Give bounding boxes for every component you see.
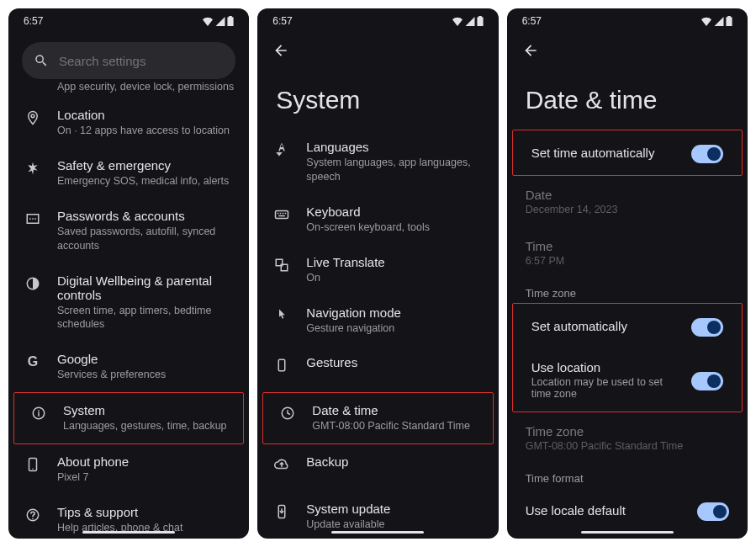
signal-icon bbox=[215, 17, 225, 26]
toggle-set-time-auto[interactable] bbox=[691, 145, 723, 163]
asterisk-icon bbox=[24, 158, 42, 176]
svg-rect-6 bbox=[276, 210, 288, 218]
highlight-set-time-auto: Set time automatically bbox=[512, 130, 743, 176]
highlight-date-time: Date & timeGMT-08:00 Pacific Standard Ti… bbox=[262, 392, 493, 444]
svg-point-4 bbox=[32, 469, 34, 470]
row-title: Safety & emergency bbox=[57, 158, 234, 173]
location-icon bbox=[24, 108, 42, 125]
info-icon bbox=[29, 403, 48, 421]
row-sub: 6:57 PM bbox=[526, 255, 729, 267]
wifi-icon bbox=[452, 17, 463, 26]
row-title: Navigation mode bbox=[306, 305, 483, 320]
status-bar: 6:57 bbox=[507, 8, 748, 30]
toggle-use-location[interactable] bbox=[691, 372, 723, 390]
row-set-time-auto[interactable]: Set time automatically bbox=[513, 130, 742, 175]
row-title: Passwords & accounts bbox=[57, 209, 234, 223]
row-sub: System languages, app languages, speech bbox=[306, 156, 483, 184]
row-title: Backup bbox=[306, 454, 483, 469]
row-title: Gestures bbox=[306, 355, 483, 369]
backup-icon bbox=[272, 454, 291, 472]
privacy-subtitle-partial: App security, device lock, permissions bbox=[8, 81, 249, 98]
key-icon bbox=[24, 209, 42, 226]
row-title: Time zone bbox=[526, 424, 729, 438]
row-date-time[interactable]: Date & timeGMT-08:00 Pacific Standard Ti… bbox=[263, 393, 492, 443]
status-time: 6:57 bbox=[272, 15, 292, 27]
back-row bbox=[257, 30, 498, 64]
phone-icon bbox=[24, 454, 42, 472]
signal-icon bbox=[714, 17, 724, 26]
update-icon bbox=[272, 502, 291, 519]
row-time-zone: Time zoneGMT-08:00 Pacific Standard Time bbox=[507, 412, 748, 464]
toggle-set-tz-auto[interactable] bbox=[691, 318, 723, 337]
row-title: Digital Wellbeing & parental controls bbox=[57, 274, 234, 302]
row-keyboard[interactable]: KeyboardOn-screen keyboard, tools bbox=[257, 194, 498, 245]
section-time-zone: Time zone bbox=[507, 279, 748, 303]
row-use-24h: Use 24-hour format1:00 PM bbox=[507, 533, 748, 539]
page-title: System bbox=[257, 64, 498, 130]
row-title: System update bbox=[306, 502, 483, 516]
row-title: Set automatically bbox=[531, 319, 679, 333]
row-use-locale[interactable]: Use locale default bbox=[507, 488, 748, 533]
search-settings[interactable] bbox=[22, 42, 235, 79]
row-google[interactable]: G GoogleServices & preferences bbox=[8, 342, 249, 392]
highlight-timezone-toggles: Set automatically Use locationLocation m… bbox=[512, 303, 743, 412]
row-sub: Services & preferences bbox=[57, 368, 234, 382]
translate-icon bbox=[272, 255, 291, 273]
row-set-tz-auto[interactable]: Set automatically bbox=[513, 304, 742, 348]
row-languages[interactable]: LanguagesSystem languages, app languages… bbox=[257, 130, 498, 194]
row-title: Keyboard bbox=[306, 204, 483, 219]
pointer-icon bbox=[272, 305, 291, 323]
row-title: Use location bbox=[531, 360, 679, 374]
battery-icon bbox=[477, 16, 484, 26]
row-system[interactable]: SystemLanguages, gestures, time, backup bbox=[14, 393, 243, 443]
row-sub: On bbox=[306, 271, 483, 285]
row-sub: GMT-08:00 Pacific Standard Time bbox=[526, 440, 729, 452]
toggle-use-locale[interactable] bbox=[697, 502, 729, 521]
row-navigation-mode[interactable]: Navigation modeGesture navigation bbox=[257, 295, 498, 346]
page-title: Date & time bbox=[507, 64, 748, 130]
row-title: Google bbox=[57, 352, 234, 366]
section-time-format: Time format bbox=[507, 464, 748, 488]
system-list: LanguagesSystem languages, app languages… bbox=[257, 130, 498, 539]
settings-main-screen: 6:57 App security, device lock, permissi… bbox=[8, 8, 249, 539]
row-location[interactable]: LocationOn · 12 apps have access to loca… bbox=[8, 98, 249, 148]
row-title: About phone bbox=[57, 454, 234, 469]
languages-icon bbox=[272, 140, 291, 157]
row-title: Date & time bbox=[312, 403, 477, 417]
row-backup[interactable]: Backup bbox=[257, 444, 498, 491]
row-sub: On · 12 apps have access to location bbox=[57, 124, 234, 138]
wifi-icon bbox=[202, 17, 214, 26]
signal-icon bbox=[465, 17, 475, 26]
row-sub: Emergency SOS, medical info, alerts bbox=[57, 174, 234, 189]
back-icon[interactable] bbox=[272, 42, 289, 59]
row-safety[interactable]: Safety & emergencyEmergency SOS, medical… bbox=[8, 148, 249, 199]
gestures-icon bbox=[272, 355, 291, 373]
row-use-location[interactable]: Use locationLocation may be used to set … bbox=[513, 348, 742, 412]
row-time: Time6:57 PM bbox=[507, 227, 748, 279]
nav-handle[interactable] bbox=[82, 531, 175, 534]
status-bar: 6:57 bbox=[8, 8, 249, 30]
row-passwords[interactable]: Passwords & accountsSaved passwords, aut… bbox=[8, 199, 249, 263]
row-about-phone[interactable]: About phonePixel 7 bbox=[8, 444, 249, 495]
back-icon[interactable] bbox=[522, 42, 539, 59]
row-date: DateDecember 14, 2023 bbox=[507, 176, 748, 227]
row-sub: Saved passwords, autofill, synced accoun… bbox=[57, 225, 234, 253]
status-bar: 6:57 bbox=[257, 8, 498, 30]
google-icon: G bbox=[24, 352, 42, 369]
status-icons bbox=[202, 16, 234, 26]
row-title: Set time automatically bbox=[531, 146, 679, 160]
row-gestures[interactable]: Gestures bbox=[257, 345, 498, 392]
nav-handle[interactable] bbox=[331, 531, 424, 534]
row-title: System bbox=[63, 403, 228, 417]
status-time: 6:57 bbox=[522, 15, 542, 27]
back-row bbox=[507, 30, 748, 64]
row-title: Live Translate bbox=[306, 255, 483, 269]
row-title: Location bbox=[57, 108, 234, 122]
row-sub: Gesture navigation bbox=[306, 321, 483, 336]
search-input[interactable] bbox=[59, 54, 224, 68]
wellbeing-icon bbox=[24, 274, 42, 291]
nav-handle[interactable] bbox=[581, 531, 674, 534]
row-title: Languages bbox=[306, 140, 483, 154]
row-wellbeing[interactable]: Digital Wellbeing & parental controlsScr… bbox=[8, 263, 249, 343]
row-live-translate[interactable]: Live TranslateOn bbox=[257, 245, 498, 295]
